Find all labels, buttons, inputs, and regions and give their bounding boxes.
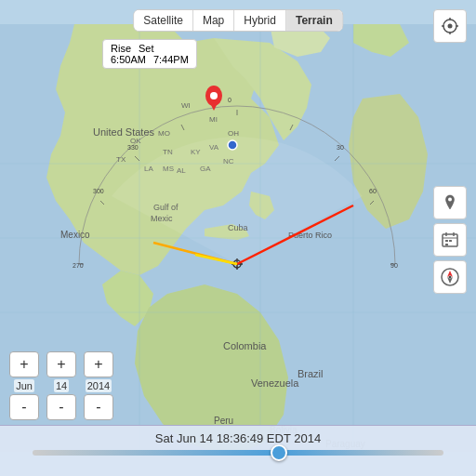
- svg-point-57: [210, 92, 218, 99]
- svg-text:MO: MO: [158, 129, 170, 138]
- svg-point-60: [448, 24, 453, 29]
- map-container: United States Mexico Gulf of Mexic Colom…: [0, 0, 476, 476]
- svg-point-65: [448, 198, 452, 202]
- svg-text:WI: WI: [181, 101, 191, 110]
- svg-text:330: 330: [127, 144, 139, 151]
- svg-point-76: [449, 276, 452, 279]
- pin-button[interactable]: [433, 186, 467, 219]
- svg-text:Colombia: Colombia: [223, 340, 267, 351]
- svg-text:30: 30: [337, 144, 344, 151]
- svg-text:60: 60: [369, 188, 377, 194]
- rise-label: Rise: [111, 43, 131, 54]
- svg-point-58: [228, 140, 237, 150]
- svg-text:0: 0: [228, 97, 231, 103]
- year-stepper: + 2014 -: [84, 351, 113, 420]
- svg-text:90: 90: [390, 262, 398, 269]
- year-plus-button[interactable]: +: [84, 351, 113, 377]
- month-plus-button[interactable]: +: [9, 351, 39, 377]
- svg-rect-72: [445, 244, 448, 245]
- right-buttons-panel: [433, 186, 467, 294]
- hybrid-button[interactable]: Hybrid: [234, 10, 286, 31]
- slider-thumb[interactable]: [271, 444, 287, 461]
- calendar-icon: [442, 231, 458, 248]
- month-minus-button[interactable]: -: [9, 394, 39, 420]
- location-button[interactable]: [433, 9, 467, 43]
- set-label: Set: [139, 43, 154, 54]
- compass-icon: [441, 268, 459, 286]
- datetime-display: Sat Jun 14 18:36:49 EDT 2014: [155, 431, 321, 445]
- svg-text:Brazil: Brazil: [298, 368, 324, 379]
- timeline-slider[interactable]: [33, 450, 444, 456]
- set-time: 7:44PM: [153, 54, 189, 65]
- date-controls: + Jun - + 14 - + 2014 -: [9, 351, 113, 420]
- svg-text:300: 300: [93, 188, 104, 194]
- pin-icon: [442, 194, 458, 211]
- svg-text:OH: OH: [228, 129, 239, 138]
- satellite-button[interactable]: Satellite: [134, 10, 193, 31]
- svg-text:MI: MI: [209, 115, 218, 124]
- year-minus-button[interactable]: -: [84, 394, 113, 420]
- month-label: Jun: [14, 379, 34, 392]
- map-button[interactable]: Map: [193, 10, 234, 31]
- datetime-bar: Sat Jun 14 18:36:49 EDT 2014: [0, 425, 476, 476]
- day-stepper: + 14 -: [46, 351, 76, 420]
- day-minus-button[interactable]: -: [46, 394, 76, 420]
- svg-rect-71: [449, 240, 452, 242]
- rise-set-box: Rise Set 6:50AM 7:44PM: [102, 39, 197, 69]
- calendar-button[interactable]: [433, 223, 467, 257]
- terrain-button[interactable]: Terrain: [286, 10, 342, 31]
- map-type-toolbar: Satellite Map Hybrid Terrain: [133, 9, 343, 32]
- compass-settings-button[interactable]: [433, 260, 467, 294]
- svg-text:United States: United States: [93, 126, 155, 138]
- year-label: 2014: [86, 379, 112, 392]
- day-label: 14: [54, 379, 69, 392]
- svg-text:Mexico: Mexico: [60, 230, 90, 240]
- location-icon: [441, 17, 459, 35]
- day-plus-button[interactable]: +: [46, 351, 76, 377]
- svg-text:Venezuela: Venezuela: [251, 377, 299, 389]
- rise-time: 6:50AM: [111, 54, 146, 65]
- svg-rect-70: [445, 240, 448, 242]
- month-stepper: + Jun -: [9, 351, 39, 420]
- svg-text:270: 270: [73, 262, 84, 269]
